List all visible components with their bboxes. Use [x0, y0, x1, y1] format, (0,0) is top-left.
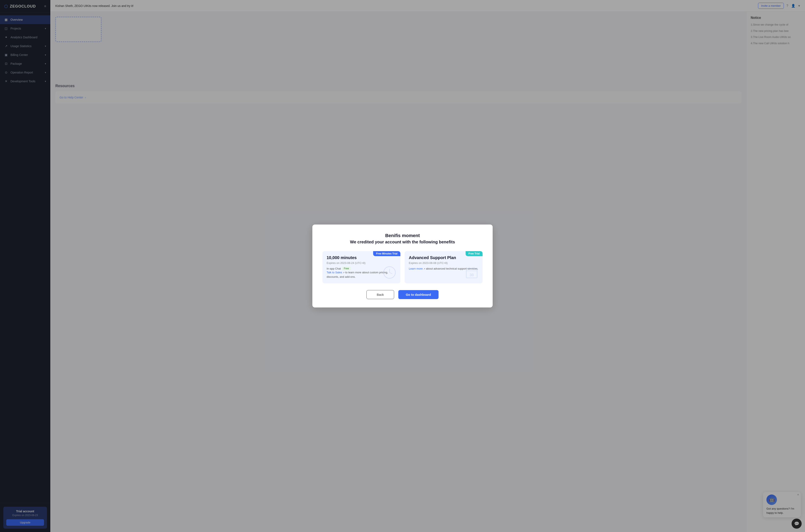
modal-overlay[interactable]: Benifis moment We credited your account … — [0, 0, 286, 189]
